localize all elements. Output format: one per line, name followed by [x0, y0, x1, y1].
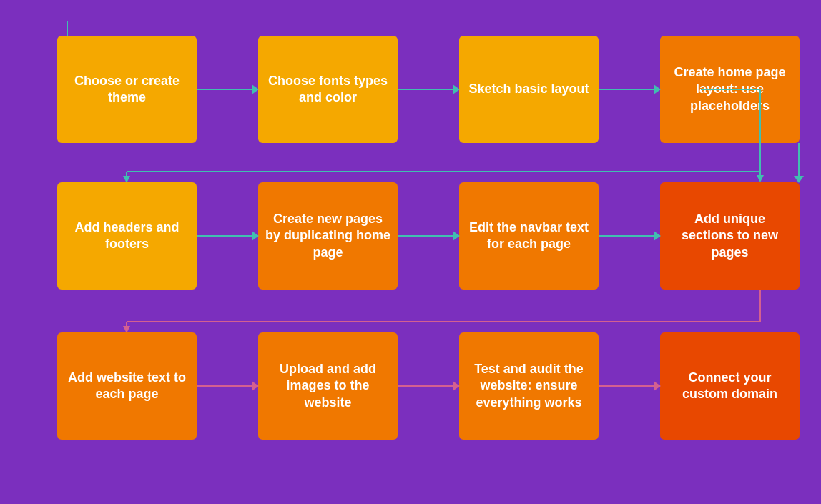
arrow-tip-1-3	[654, 84, 661, 94]
box-choose-theme: Choose or create theme	[57, 36, 197, 143]
box-duplicate-pages: Create new pages by duplicating home pag…	[258, 182, 398, 290]
row-1: Choose or create theme Choose fonts type…	[57, 36, 800, 143]
tick-mark	[67, 21, 68, 36]
box-custom-domain: Connect your custom domain	[660, 332, 800, 440]
box-headers-footers: Add headers and footers	[57, 182, 197, 290]
connector-right-1-2	[798, 143, 800, 182]
arrow-3-3	[599, 379, 660, 393]
arrow-tip-3-1	[252, 381, 259, 391]
box-choose-fonts: Choose fonts types and color	[258, 36, 398, 143]
box-homepage-layout: Create home page layout: use placeholder…	[660, 36, 800, 143]
arrow-tip-1-1	[252, 84, 259, 94]
connector-r1-arrow	[757, 175, 764, 182]
arrow-tip-3-3	[654, 381, 661, 391]
box-edit-navbar: Edit the navbar text for each page	[459, 182, 599, 290]
arrow-tip-2-1	[252, 231, 259, 241]
box-sketch-layout: Sketch basic layout	[459, 36, 599, 143]
box-upload-images: Upload and add images to the website	[258, 332, 398, 440]
row-3: Add website text to each page Upload and…	[57, 332, 800, 440]
arrow-2-1	[197, 229, 258, 243]
arrow-2-3	[599, 229, 660, 243]
arrow-tip-2-3	[654, 231, 661, 241]
arrow-tip-3-2	[453, 381, 460, 391]
box-test-audit: Test and audit the website: ensure every…	[459, 332, 599, 440]
arrow-2-2	[398, 229, 459, 243]
row-2: Add headers and footers Create new pages…	[57, 182, 800, 290]
arrow-1-1	[197, 82, 258, 97]
arrow-1-2	[398, 82, 459, 97]
arrow-1-3	[599, 82, 660, 97]
box-unique-sections: Add unique sections to new pages	[660, 182, 800, 290]
flowchart: Choose or create theme Choose fonts type…	[0, 0, 821, 504]
arrow-3-1	[197, 379, 258, 393]
arrow-tip-1-2	[453, 84, 460, 94]
arrow-tip-2-2	[453, 231, 460, 241]
box-website-text: Add website text to each page	[57, 332, 197, 440]
arrow-3-2	[398, 379, 459, 393]
